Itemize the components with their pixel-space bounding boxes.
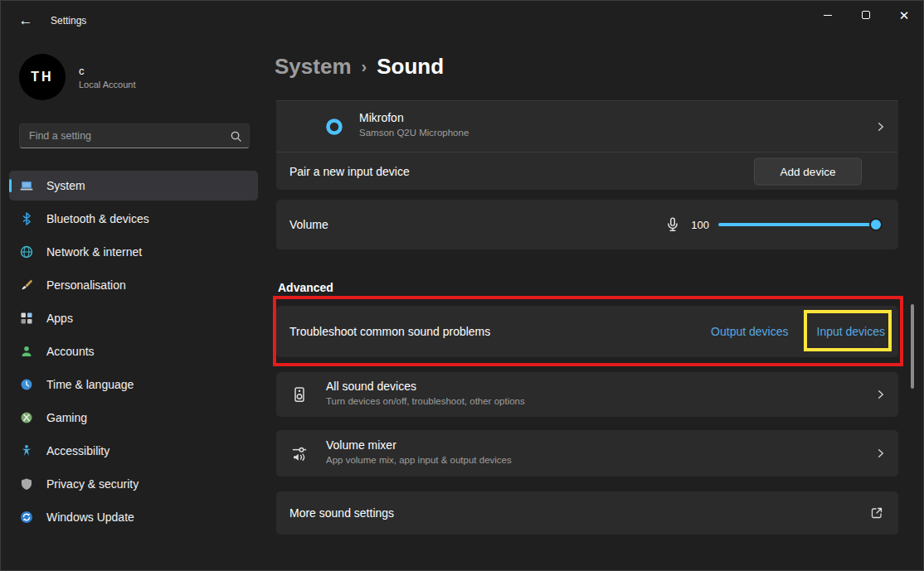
volume-controls: 100 <box>665 200 876 249</box>
sidebar-item-privacy-security[interactable]: Privacy & security <box>9 469 258 499</box>
sidebar-item-accounts[interactable]: Accounts <box>9 336 258 366</box>
close-icon: ✕ <box>899 9 910 22</box>
apps-icon <box>20 312 33 325</box>
troubleshoot-links: Output devices Input devices <box>711 306 885 357</box>
input-devices-link[interactable]: Input devices <box>817 325 886 338</box>
output-devices-link[interactable]: Output devices <box>711 325 788 338</box>
privacy-icon <box>20 477 33 491</box>
microphone-radio[interactable] <box>326 119 343 135</box>
all-sound-devices-subtitle: Turn devices on/off, troubleshoot, other… <box>326 396 525 406</box>
pair-device-row: Pair a new input device Add device <box>276 152 898 190</box>
window-controls: ✕ <box>809 1 923 29</box>
sidebar-item-network-internet[interactable]: Network & internet <box>9 237 258 267</box>
sidebar-item-label: Time & language <box>46 378 134 391</box>
volume-slider-thumb[interactable] <box>869 218 883 231</box>
gaming-icon <box>20 411 33 424</box>
sidebar-item-label: Personalisation <box>46 278 126 292</box>
sidebar-item-label: Network & internet <box>46 245 142 259</box>
sidebar-item-time-language[interactable]: Time & language <box>9 370 258 399</box>
search-box <box>19 123 250 148</box>
user-account[interactable]: TH c Local Account <box>19 54 136 100</box>
accounts-icon <box>20 345 33 358</box>
troubleshoot-label: Troubleshoot common sound problems <box>289 325 490 338</box>
sidebar-item-label: Apps <box>46 312 73 325</box>
pair-device-label: Pair a new input device <box>289 165 410 178</box>
microphone-row[interactable]: Mikrofon Samson Q2U Microphone <box>276 101 898 152</box>
scrollbar-thumb[interactable] <box>911 304 914 389</box>
more-sound-settings-row[interactable]: More sound settings <box>276 491 898 535</box>
sidebar-item-label: Accounts <box>46 345 95 358</box>
external-link-icon <box>870 506 883 520</box>
close-button[interactable]: ✕ <box>885 1 923 29</box>
microphone-subtitle: Samson Q2U Microphone <box>359 128 469 138</box>
sidebar-item-label: Windows Update <box>46 511 134 524</box>
sidebar: TH c Local Account System Bluetooth & de… <box>1 41 266 570</box>
sidebar-item-system[interactable]: System <box>9 171 258 201</box>
breadcrumb-separator-icon: › <box>362 57 367 75</box>
advanced-section-header: Advanced <box>278 281 333 294</box>
avatar: TH <box>19 54 66 100</box>
input-devices-card: Mikrofon Samson Q2U Microphone Pair a ne… <box>276 100 898 190</box>
breadcrumb: System›Sound <box>275 54 444 80</box>
troubleshoot-card: Troubleshoot common sound problems Outpu… <box>276 306 898 357</box>
sidebar-item-personalisation[interactable]: Personalisation <box>9 270 258 300</box>
search-input[interactable] <box>20 124 249 148</box>
sidebar-item-label: System <box>46 179 85 192</box>
volume-value: 100 <box>689 219 709 231</box>
titlebar: ← Settings ✕ <box>1 1 923 41</box>
page-title: Sound <box>377 54 444 79</box>
volume-mixer-row[interactable]: Volume mixer App volume mix, app input &… <box>276 430 898 477</box>
search-icon <box>230 130 242 143</box>
settings-window: ← Settings ✕ TH c Local Account System <box>0 0 924 571</box>
sidebar-item-bluetooth-devices[interactable]: Bluetooth & devices <box>9 204 258 234</box>
maximize-icon <box>862 11 870 19</box>
volume-label: Volume <box>289 218 328 231</box>
network-icon <box>20 245 33 259</box>
chevron-right-icon <box>874 389 887 401</box>
sidebar-item-label: Privacy & security <box>46 477 139 491</box>
sidebar-item-label: Bluetooth & devices <box>46 212 149 225</box>
sidebar-item-label: Gaming <box>46 411 87 424</box>
user-name: c <box>79 65 136 77</box>
sidebar-item-label: Accessibility <box>46 444 109 457</box>
breadcrumb-system[interactable]: System <box>275 54 352 79</box>
sidebar-nav: System Bluetooth & devices Network & int… <box>9 171 258 535</box>
sidebar-item-gaming[interactable]: Gaming <box>9 403 258 433</box>
microphone-icon <box>665 217 680 232</box>
back-button[interactable]: ← <box>14 10 37 31</box>
add-device-button[interactable]: Add device <box>754 157 862 185</box>
windows-update-icon <box>20 511 33 524</box>
minimize-icon <box>824 15 832 16</box>
personalisation-icon <box>20 278 33 292</box>
system-icon <box>20 179 33 192</box>
sidebar-item-apps[interactable]: Apps <box>9 303 258 333</box>
volume-card: Volume 100 <box>276 200 898 249</box>
chevron-right-icon <box>874 120 887 133</box>
maximize-button[interactable] <box>847 1 885 29</box>
volume-mixer-icon <box>291 445 308 462</box>
sidebar-item-accessibility[interactable]: Accessibility <box>9 436 258 466</box>
all-sound-devices-row[interactable]: All sound devices Turn devices on/off, t… <box>276 372 898 417</box>
all-sound-devices-title: All sound devices <box>326 380 525 393</box>
sound-devices-icon <box>291 386 308 403</box>
bluetooth-icon <box>20 212 33 225</box>
volume-mixer-title: Volume mixer <box>326 438 512 452</box>
accessibility-icon <box>20 444 33 457</box>
user-account-type: Local Account <box>79 80 136 90</box>
sidebar-item-windows-update[interactable]: Windows Update <box>9 502 258 532</box>
chevron-right-icon <box>874 448 887 460</box>
more-sound-settings-label: More sound settings <box>289 506 394 520</box>
microphone-title: Mikrofon <box>359 111 469 124</box>
minimize-button[interactable] <box>809 1 847 29</box>
volume-mixer-subtitle: App volume mix, app input & output devic… <box>326 455 512 465</box>
window-title: Settings <box>51 15 86 27</box>
volume-slider[interactable] <box>718 223 876 226</box>
time-language-icon <box>20 378 33 391</box>
